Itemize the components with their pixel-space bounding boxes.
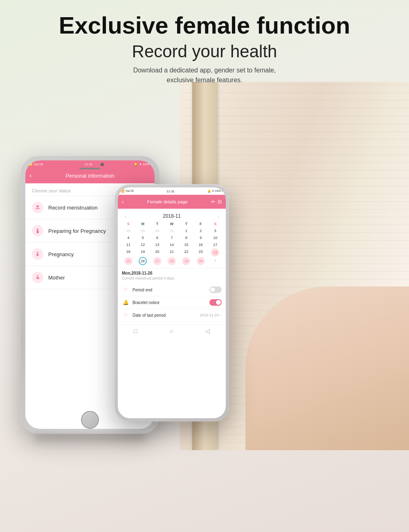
cal-cell-9[interactable]: 9 <box>193 234 208 241</box>
status-bar-2: 📶 VoLTE 11:31 🔔 ✦ 24% ▪ <box>118 187 226 195</box>
front-camera <box>101 163 104 166</box>
last-period-value: 2018-11-24 <box>200 313 219 317</box>
cal-cell-16[interactable]: 16 <box>193 241 208 248</box>
cal-header-sat: S <box>208 221 222 227</box>
cal-header-fri: F <box>193 221 208 227</box>
svg-point-5 <box>38 254 38 255</box>
cal-cell-8[interactable]: 8 <box>179 234 193 241</box>
cal-cell-6[interactable]: 6 <box>150 234 164 241</box>
phone-reflection-1 <box>34 434 146 446</box>
description: Download a dedicated app, gender set to … <box>33 65 376 85</box>
cal-cell-14[interactable]: 14 <box>164 241 179 248</box>
cal-header-mon: M <box>135 221 150 227</box>
bracelet-notice-row: 🔔 Bracelet notice <box>122 296 222 309</box>
bracelet-notice-label: Bracelet notice <box>133 300 209 305</box>
cal-header-tue: T <box>150 221 164 227</box>
bracelet-notice-icon: 🔔 <box>122 299 129 306</box>
cal-cell-28[interactable]: 28 <box>168 257 176 265</box>
last-period-label: Date of last period <box>133 313 200 318</box>
phone-screen-2: 📶 VoLTE 11:31 🔔 ✦ 24% ▪ ‹ Female details… <box>118 187 226 418</box>
status-center-2: 11:31 <box>166 189 175 193</box>
cal-cell-26[interactable]: 26 <box>139 257 147 265</box>
cal-cell-1[interactable]: 1 <box>179 228 193 234</box>
sub-title: Record your health <box>33 42 376 61</box>
cal-cell-23[interactable]: 23 <box>193 248 208 257</box>
last-period-row[interactable]: ♡ Date of last period 2018-11-24 › <box>122 309 222 322</box>
cal-month-nav: ‹ 2018-11 › <box>121 211 222 221</box>
next-month-button[interactable]: › <box>217 213 219 219</box>
cal-cell-2[interactable]: 2 <box>193 228 208 234</box>
mother-icon-container <box>32 272 43 283</box>
prev-month-button[interactable]: ‹ <box>124 213 126 219</box>
status-right-2: 🔔 ✦ 24% ▪ <box>207 189 222 193</box>
cal-cell-31-oct[interactable]: 31 <box>164 228 179 234</box>
cal-title: Female details page <box>147 199 188 204</box>
pregnancy-icon <box>34 251 41 257</box>
main-title: Exclusive female function <box>33 12 376 38</box>
status-left-1: 📶 VoLTE <box>29 162 43 166</box>
cal-cell-29[interactable]: 29 <box>182 257 190 265</box>
cal-header-row: S M T W T F S <box>121 221 222 227</box>
cal-cell-17[interactable]: 17 <box>208 241 222 248</box>
period-end-label: Period end <box>133 288 209 292</box>
cal-cell-1-dec[interactable]: 1 <box>208 257 222 265</box>
cal-cell-3[interactable]: 3 <box>208 228 222 234</box>
cal-cell-25[interactable]: 25 <box>124 257 133 265</box>
cal-cell-13[interactable]: 13 <box>150 241 164 248</box>
nav-circle-button[interactable]: ○ <box>170 328 173 334</box>
cal-cell-30-oct[interactable]: 30 <box>150 228 164 234</box>
cal-header-thu: T <box>179 221 193 227</box>
cal-cell-12[interactable]: 12 <box>135 241 150 248</box>
back-button-1[interactable]: ‹ <box>29 172 31 179</box>
svg-point-6 <box>37 275 38 276</box>
cal-cell-15[interactable]: 15 <box>179 241 193 248</box>
speaker <box>80 168 100 169</box>
menstruation-icon-container <box>32 202 43 213</box>
share-icon[interactable]: ⊟ <box>218 199 222 205</box>
cal-week-3: 11 12 13 14 15 16 17 <box>121 241 222 248</box>
period-end-toggle[interactable] <box>209 286 222 293</box>
preparing-icon-container <box>32 225 43 237</box>
svg-point-3 <box>37 230 38 231</box>
cal-cell-28-oct[interactable]: 28 <box>121 228 135 234</box>
cal-cell-20[interactable]: 20 <box>150 248 164 257</box>
cal-cell-7[interactable]: 7 <box>164 234 179 241</box>
nav-back-button[interactable]: ◁ <box>205 328 210 334</box>
period-end-icon: ♡ <box>122 286 129 293</box>
home-button-1[interactable] <box>81 411 99 429</box>
cal-cell-19[interactable]: 19 <box>135 248 150 257</box>
cal-cell-29-oct[interactable]: 29 <box>135 228 150 234</box>
cal-cell-4[interactable]: 4 <box>121 234 135 241</box>
cal-cell-10[interactable]: 10 <box>208 234 222 241</box>
cal-back-button[interactable]: ‹ <box>122 198 124 205</box>
cal-week-4: 18 19 20 21 22 23 24 <box>121 248 222 257</box>
edit-icon[interactable]: ✏ <box>211 199 215 205</box>
pregnancy-icon-container <box>32 248 43 260</box>
cal-cell-24[interactable]: 24 <box>211 248 219 257</box>
last-period-arrow: › <box>220 313 222 318</box>
cal-cell-27[interactable]: 27 <box>153 257 162 265</box>
mother-icon <box>34 274 41 281</box>
bracelet-notice-toggle[interactable] <box>209 299 222 306</box>
cal-cell-18[interactable]: 18 <box>121 248 135 257</box>
header-section: Exclusive female function Record your he… <box>0 12 409 85</box>
cal-icons: ✏ ⊟ <box>211 199 222 205</box>
svg-point-0 <box>36 205 38 207</box>
detail-sub: Current menstrual period 3 days <box>122 276 222 280</box>
svg-point-1 <box>37 229 38 230</box>
nav-square-button[interactable]: □ <box>134 328 137 334</box>
calendar-section: ‹ 2018-11 › S M T W T F S <box>118 209 226 268</box>
cal-cell-30[interactable]: 30 <box>197 257 205 265</box>
app-bar-title-1: Personal information <box>65 173 114 179</box>
cal-cell-11[interactable]: 11 <box>121 241 135 248</box>
cal-header-wed: W <box>164 221 179 227</box>
current-month: 2018-11 <box>163 213 181 219</box>
cal-app-bar: ‹ Female details page ✏ ⊟ <box>118 195 226 209</box>
hand-area <box>245 286 409 450</box>
cal-cell-22[interactable]: 22 <box>179 248 193 257</box>
status-right-1: 🔔 ✦ 24% ▪ <box>134 162 151 166</box>
cal-cell-5[interactable]: 5 <box>135 234 150 241</box>
status-left-2: 📶 VoLTE <box>121 189 134 193</box>
cal-cell-21[interactable]: 21 <box>164 248 179 257</box>
detail-date: Mon,2018-11-26 <box>122 271 222 275</box>
